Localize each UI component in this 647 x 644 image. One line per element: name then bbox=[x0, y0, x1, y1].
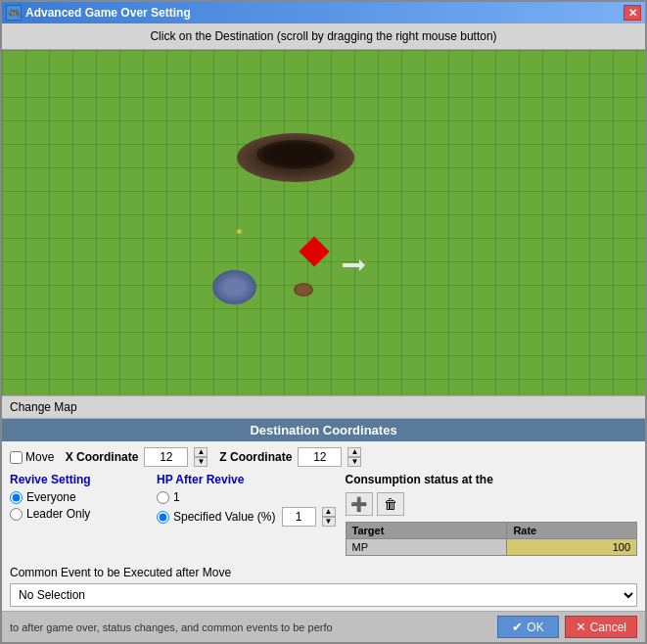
z-coord-label: Z Coordinate bbox=[213, 450, 292, 464]
hp-radio-group: 1 Specified Value (%) ▲ ▼ bbox=[157, 490, 336, 530]
hp-value-up[interactable]: ▲ bbox=[322, 507, 336, 517]
destination-title: Destination Coordinates bbox=[250, 423, 396, 437]
hp-radio2[interactable] bbox=[157, 511, 169, 524]
hp-radio1-text: 1 bbox=[173, 490, 180, 504]
bottom-text: to after game over, status changes, and … bbox=[10, 621, 497, 633]
direction-arrow bbox=[343, 263, 360, 267]
hp-value-down[interactable]: ▼ bbox=[322, 517, 336, 527]
close-button[interactable]: ✕ bbox=[624, 5, 641, 21]
everyone-label: Everyone bbox=[26, 490, 76, 504]
col-target: Target bbox=[346, 523, 507, 539]
x-coord-spinners: ▲ ▼ bbox=[194, 447, 208, 467]
z-coord-spinners: ▲ ▼ bbox=[347, 447, 361, 467]
revive-section: Revive Setting Everyone Leader Only bbox=[10, 473, 147, 521]
col-rate: Rate bbox=[507, 523, 637, 539]
main-controls: Revive Setting Everyone Leader Only HP A… bbox=[10, 473, 637, 556]
cancel-button[interactable]: ✕ Cancel bbox=[565, 616, 637, 638]
z-coord-down[interactable]: ▼ bbox=[347, 457, 361, 467]
creature-brown bbox=[294, 283, 313, 297]
title-bar-left: 🎮 Advanced Game Over Setting bbox=[6, 5, 191, 21]
trash-button[interactable]: 🗑 bbox=[377, 492, 404, 516]
x-coord-up[interactable]: ▲ bbox=[194, 447, 208, 457]
bottom-buttons: ✔ OK ✕ Cancel bbox=[497, 616, 637, 638]
creature-blue bbox=[212, 270, 256, 304]
move-label: Move bbox=[25, 450, 54, 464]
map-grid bbox=[2, 50, 645, 395]
everyone-radio-label[interactable]: Everyone bbox=[10, 490, 147, 504]
cancel-label: Cancel bbox=[590, 621, 626, 634]
hp-title: HP After Revive bbox=[157, 473, 336, 486]
window-icon: 🎮 bbox=[6, 5, 22, 21]
hp-radio2-row: Specified Value (%) ▲ ▼ bbox=[157, 507, 336, 527]
add-icon: ➕ bbox=[350, 496, 367, 512]
leader-only-label: Leader Only bbox=[26, 507, 90, 521]
z-coord-input[interactable] bbox=[298, 447, 342, 467]
revive-title: Revive Setting bbox=[10, 473, 147, 486]
common-event-section: Common Event to be Executed after Move N… bbox=[2, 562, 645, 611]
z-coord-up[interactable]: ▲ bbox=[347, 447, 361, 457]
ok-button[interactable]: ✔ OK bbox=[497, 616, 558, 638]
trash-icon: 🗑 bbox=[384, 496, 397, 512]
rate-cell: 100 bbox=[507, 539, 637, 556]
target-table: Target Rate MP100 bbox=[346, 522, 638, 556]
ok-check-icon: ✔ bbox=[512, 620, 523, 634]
hp-section: HP After Revive 1 Specified Value (%) bbox=[157, 473, 336, 530]
consumption-title: Consumption status at the bbox=[346, 473, 638, 486]
common-event-select[interactable]: No Selection bbox=[10, 583, 637, 607]
main-window: 🎮 Advanced Game Over Setting ✕ Click on … bbox=[0, 0, 647, 644]
leader-only-radio[interactable] bbox=[10, 508, 23, 521]
consumption-section: Consumption status at the ➕ 🗑 Target Rat… bbox=[346, 473, 638, 556]
common-event-label: Common Event to be Executed after Move bbox=[10, 566, 637, 579]
x-coord-label: X Coordinate bbox=[60, 450, 138, 464]
hp-radio1-label[interactable]: 1 bbox=[157, 490, 336, 504]
title-bar: 🎮 Advanced Game Over Setting ✕ bbox=[2, 2, 645, 23]
x-coord-input[interactable] bbox=[144, 447, 188, 467]
everyone-radio[interactable] bbox=[10, 491, 23, 504]
instruction-text: Click on the Destination (scroll by drag… bbox=[150, 29, 496, 43]
hp-value-spinners: ▲ ▼ bbox=[322, 507, 336, 527]
x-coord-down[interactable]: ▼ bbox=[194, 457, 208, 467]
hp-radio2-text: Specified Value (%) bbox=[173, 510, 276, 524]
move-checkbox-label[interactable]: Move bbox=[10, 450, 54, 464]
add-trash-row: ➕ 🗑 bbox=[346, 492, 638, 516]
instruction-bar: Click on the Destination (scroll by drag… bbox=[2, 23, 645, 50]
add-button[interactable]: ➕ bbox=[346, 492, 373, 516]
ok-label: OK bbox=[527, 621, 543, 634]
move-checkbox[interactable] bbox=[10, 451, 23, 464]
change-map-bar: Change Map bbox=[2, 395, 645, 419]
controls-area: Move X Coordinate ▲ ▼ Z Coordinate ▲ ▼ R… bbox=[2, 441, 645, 562]
hp-radio2-label[interactable]: Specified Value (%) bbox=[157, 510, 276, 524]
cancel-x-icon: ✕ bbox=[576, 620, 586, 634]
window-title: Advanced Game Over Setting bbox=[25, 6, 191, 20]
bottom-bar: to after game over, status changes, and … bbox=[2, 611, 645, 642]
coord-row: Move X Coordinate ▲ ▼ Z Coordinate ▲ ▼ bbox=[10, 447, 637, 467]
leader-only-radio-label[interactable]: Leader Only bbox=[10, 507, 147, 521]
revive-radio-group: Everyone Leader Only bbox=[10, 490, 147, 521]
dot-marker bbox=[237, 229, 242, 234]
destination-header: Destination Coordinates bbox=[2, 419, 645, 441]
rock-detail bbox=[256, 140, 335, 169]
hp-radio1[interactable] bbox=[157, 491, 169, 504]
hp-value-input[interactable] bbox=[282, 507, 316, 527]
table-row: MP100 bbox=[346, 539, 637, 556]
target-cell: MP bbox=[346, 539, 507, 556]
map-area[interactable] bbox=[2, 50, 645, 395]
change-map-label: Change Map bbox=[10, 400, 77, 414]
